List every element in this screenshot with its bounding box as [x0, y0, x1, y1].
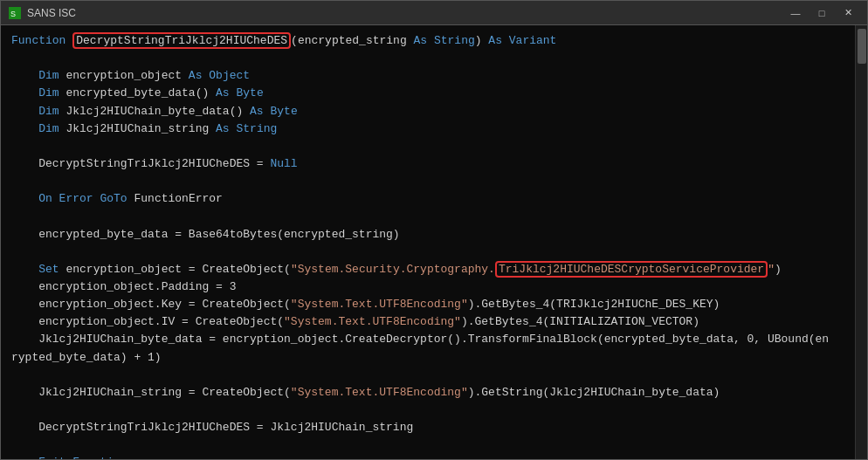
maximize-button[interactable]: □: [809, 4, 834, 22]
code-line-25: Exit Function: [11, 456, 127, 459]
code-line-17: encryption_object.IV = CreateObject("Sys…: [11, 315, 699, 328]
code-line-1: Function DecryptStringTriJklcj2HIUCheDES…: [11, 32, 556, 49]
window-title: SANS ISC: [27, 7, 783, 19]
code-line-15: encryption_object.Padding = 3: [11, 280, 236, 293]
titlebar: S SANS ISC — □ ✕: [1, 1, 867, 25]
scrollbar[interactable]: [855, 25, 867, 459]
crypto-provider-highlight: TriJklcj2HIUCheDESCryptoServiceProvider: [495, 261, 768, 278]
content-area: Function DecryptStringTriJklcj2HIUCheDES…: [1, 25, 867, 459]
code-line-3: Dim encryption_object As Object: [11, 69, 250, 82]
function-name-highlight: DecryptStringTriJklcj2HIUCheDES: [72, 32, 291, 49]
window-controls: — □ ✕: [783, 4, 860, 22]
code-line-4: Dim encrypted_byte_data() As Byte: [11, 86, 264, 100]
code-line-14: Set encryption_object = CreateObject("Sy…: [11, 261, 782, 278]
main-window: S SANS ISC — □ ✕ Function DecryptStringT…: [0, 0, 868, 460]
code-line-18: Jklcj2HIUChain_byte_data = encryption_ob…: [11, 333, 829, 346]
code-line-6: Dim Jklcj2HIUChain_string As String: [11, 122, 277, 135]
svg-text:S: S: [10, 10, 16, 18]
code-line-10: On Error GoTo FunctionError: [11, 192, 223, 205]
code-content: Function DecryptStringTriJklcj2HIUCheDES…: [1, 32, 855, 459]
minimize-button[interactable]: —: [783, 4, 808, 22]
code-line-23: DecryptStringTriJklcj2HIUCheDES = Jklcj2…: [11, 421, 413, 434]
app-icon: S: [8, 6, 22, 20]
code-line-12: encrypted_byte_data = Base64toBytes(encr…: [11, 228, 400, 241]
code-line-16: encryption_object.Key = CreateObject("Sy…: [11, 298, 720, 311]
code-line-8: DecryptStringTriJklcj2HIUCheDES = Null: [11, 157, 298, 170]
scrollbar-thumb[interactable]: [858, 29, 866, 64]
code-line-21: Jklcj2HIUChain_string = CreateObject("Sy…: [11, 386, 720, 399]
code-line-5: Dim Jklcj2HIUChain_byte_data() As Byte: [11, 105, 298, 118]
close-button[interactable]: ✕: [836, 4, 860, 22]
code-panel: Function DecryptStringTriJklcj2HIUCheDES…: [1, 25, 855, 459]
code-line-19: rypted_byte_data) + 1): [11, 351, 162, 364]
